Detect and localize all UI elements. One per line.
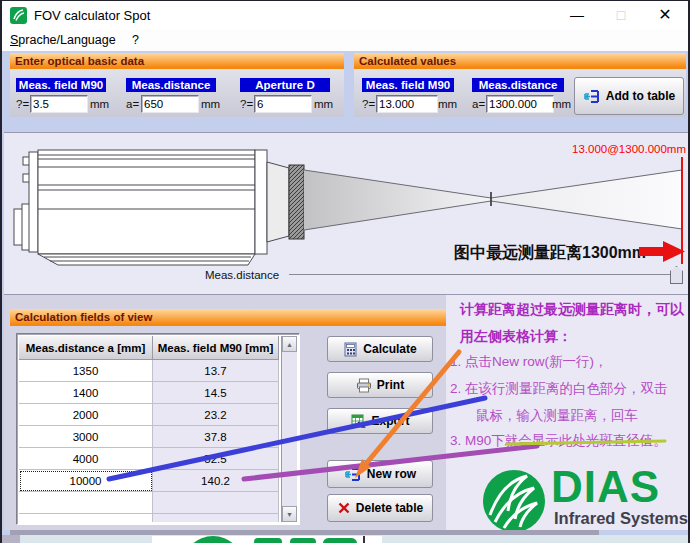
calculated-values-panel: Calculated values Meas. field M90 Meas.d… (354, 53, 686, 117)
calculate-label: Calculate (363, 342, 416, 356)
delete-table-button[interactable]: Delete table (327, 494, 433, 522)
menu-item-help[interactable]: ? (132, 33, 139, 47)
add-to-table-icon (583, 89, 601, 104)
background-window-sliver (2, 535, 690, 543)
max-distance-note: 图中最远测量距离1300mm (454, 243, 646, 261)
delete-table-label: Delete table (356, 501, 423, 515)
add-to-table-button[interactable]: Add to table (574, 77, 684, 115)
calc-meas-distance-value[interactable] (486, 95, 554, 113)
table-cell[interactable]: 1400 (19, 382, 153, 404)
fov-diagram: 13.000@1300.000mm 图中最远测量距离1300mm (4, 132, 690, 295)
title-bar: FOV calculator Spot — □ ✕ (2, 1, 688, 29)
fov-table: Meas.distance a [mm] Meas. field M90 [mm… (16, 333, 300, 525)
aperture-unit: mm (314, 98, 333, 110)
aperture-input[interactable] (254, 95, 312, 113)
basic-data-panel: Enter optical basic data Meas. field M90… (10, 53, 344, 117)
note-line: 3. M90下就会显示此处光斑直径值。 (450, 432, 667, 450)
delete-icon (337, 501, 351, 515)
new-row-label: New row (367, 467, 416, 481)
meas-field-prefix: ?= (16, 98, 29, 110)
meas-field-input[interactable] (30, 95, 88, 113)
table-cell[interactable]: 3000 (19, 426, 153, 448)
column-header-distance[interactable]: Meas.distance a [mm] (19, 336, 153, 360)
printer-icon (356, 378, 372, 393)
dias-logo-subtitle: Infrared Systems (554, 509, 688, 528)
aperture-prefix: ?= (240, 98, 253, 110)
menu-language-text: prache/Language (18, 33, 115, 47)
calculated-values-header: Calculated values (354, 53, 686, 69)
note-line: 计算距离超过最远测量距离时，可以 (460, 301, 684, 319)
table-cell[interactable]: 23.2 (153, 404, 279, 426)
table-cell[interactable]: 2000 (19, 404, 153, 426)
table-filler (153, 514, 279, 522)
table-cell[interactable]: 52.5 (153, 448, 279, 470)
new-row-icon (344, 467, 362, 482)
calculate-button[interactable]: Calculate (327, 336, 433, 362)
spot-size-label: 13.000@1300.000mm (572, 143, 686, 155)
scroll-up-icon[interactable]: ▲ (282, 336, 297, 352)
maximize-button: □ (604, 1, 638, 29)
meas-distance-prefix: a= (126, 98, 139, 110)
measurement-beam (304, 170, 682, 230)
export-label: Export (371, 414, 409, 428)
export-button[interactable]: Export (327, 408, 433, 434)
aperture-label: Aperture D (240, 78, 330, 92)
calc-meas-distance-prefix: a= (472, 98, 485, 110)
note-line: 鼠标，输入测量距离，回车 (476, 407, 638, 425)
table-scrollbar[interactable]: ▲ ▼ (281, 336, 297, 522)
table-cell-selected[interactable]: 10000 (19, 470, 153, 492)
calculator-icon (343, 342, 358, 357)
table-cell-empty[interactable] (19, 492, 153, 514)
export-icon (350, 414, 366, 429)
table-section-header: Calculation fields of view (10, 309, 446, 326)
sensor-device-drawing (14, 150, 304, 265)
note-line: 2. 在该行测量距离的白色部分，双击 (450, 380, 668, 398)
note-line: 用左侧表格计算： (460, 328, 572, 346)
menu-item-language[interactable]: Sprache/Language (10, 33, 116, 47)
column-header-field[interactable]: Meas. field M90 [mm] (153, 336, 279, 360)
meas-distance-input[interactable] (141, 95, 199, 113)
meas-distance-unit: mm (201, 98, 220, 110)
table-cell[interactable]: 1350 (19, 360, 153, 382)
print-button[interactable]: Print (327, 372, 433, 398)
dias-logo-text: DIAS (551, 465, 660, 509)
add-to-table-label: Add to table (606, 89, 675, 103)
calc-meas-distance-label: Meas.distance (472, 78, 564, 92)
meas-field-label: Meas. field M90 (16, 78, 106, 92)
table-cell[interactable]: 13.7 (153, 360, 279, 382)
calc-meas-field-value[interactable] (376, 95, 438, 113)
calc-meas-field-prefix: ?= (362, 98, 375, 110)
table-cell[interactable]: 14.5 (153, 382, 279, 404)
basic-data-header: Enter optical basic data (10, 53, 344, 69)
fov-calculator-window: FOV calculator Spot — □ ✕ Sprache/Langua… (0, 0, 690, 543)
window-title: FOV calculator Spot (34, 8, 150, 23)
dias-logo-icon (482, 469, 546, 533)
table-cell-empty[interactable] (153, 492, 279, 514)
distance-slider-track[interactable] (289, 274, 670, 275)
table-cell[interactable]: 37.8 (153, 426, 279, 448)
distance-slider-label: Meas.distance (205, 269, 279, 281)
minimize-button[interactable]: — (560, 1, 594, 29)
table-filler (19, 514, 153, 522)
meas-field-unit: mm (90, 98, 109, 110)
new-row-button[interactable]: New row (327, 460, 433, 488)
table-cell[interactable]: 4000 (19, 448, 153, 470)
print-label: Print (377, 378, 404, 392)
scroll-down-icon[interactable]: ▼ (282, 506, 297, 522)
table-cell[interactable]: 140.2 (153, 470, 279, 492)
close-button[interactable]: ✕ (648, 1, 682, 29)
calc-meas-distance-unit: mm (552, 98, 571, 110)
app-logo-icon (10, 7, 27, 24)
calc-meas-field-label: Meas. field M90 (362, 78, 454, 92)
calc-meas-field-unit: mm (438, 98, 457, 110)
meas-distance-label: Meas.distance (126, 78, 216, 92)
note-line: 1. 点击New row(新一行)， (450, 353, 608, 371)
